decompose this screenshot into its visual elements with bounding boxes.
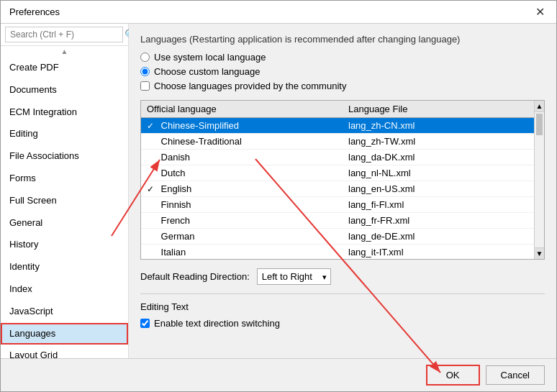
lang-table: Official language Language File ✓ Chines…	[141, 101, 544, 259]
lang-file-cell: lang_da-DK.xml	[343, 150, 544, 165]
table-wrapper: Official language Language File ✓ Chines…	[141, 101, 544, 259]
table-row[interactable]: Italianlang_it-IT.xml	[141, 245, 544, 260]
table-row[interactable]: Chinese-Traditionallang_zh-TW.xml	[141, 134, 544, 150]
radio-system[interactable]	[140, 53, 150, 62]
sidebar-item-identity[interactable]: Identity	[1, 256, 128, 278]
dialog-content: 🔍 ▲ Create PDFDocumentsECM IntegrationEd…	[1, 24, 556, 358]
editing-text-section: Editing Text Enable text direction switc…	[140, 293, 545, 329]
check-mark-icon: ✓	[147, 184, 158, 194]
sidebar-item-create-pdf[interactable]: Create PDF	[1, 57, 128, 79]
radio-group: Use system local language Choose custom …	[140, 52, 545, 77]
checkbox-community[interactable]	[140, 81, 150, 91]
checkbox-direction[interactable]	[140, 319, 150, 328]
close-button[interactable]: ✕	[533, 6, 548, 18]
cancel-button[interactable]: Cancel	[486, 365, 545, 385]
sidebar-scroll-up[interactable]: ▲	[1, 46, 128, 57]
lang-file-cell: lang_de-DE.xml	[343, 229, 544, 245]
radio-custom-label[interactable]: Choose custom language	[140, 66, 545, 77]
dialog-title: Preferences	[9, 6, 60, 17]
sidebar-item-index[interactable]: Index	[1, 278, 128, 301]
checkbox-direction-label[interactable]: Enable text direction switching	[140, 318, 545, 329]
dialog-footer: OK Cancel	[1, 358, 556, 391]
preferences-dialog: Preferences ✕ 🔍 ▲ Create PDFDocumentsECM…	[0, 0, 557, 392]
section-note: Languages (Restarting application is rec…	[140, 34, 545, 45]
table-row[interactable]: Frenchlang_fr-FR.xml	[141, 213, 544, 229]
check-mark-icon: ✓	[147, 121, 158, 131]
table-row[interactable]: Danishlang_da-DK.xml	[141, 150, 544, 165]
lang-file-cell: lang_it-IT.xml	[343, 245, 544, 260]
checkbox-direction-text: Enable text direction switching	[154, 318, 280, 329]
sidebar-item-editing[interactable]: Editing	[1, 123, 128, 145]
search-input[interactable]	[5, 27, 123, 42]
scrollbar-thumb[interactable]	[536, 114, 543, 135]
sidebar-item-history[interactable]: History	[1, 234, 128, 256]
lang-file-cell: lang_nl-NL.xml	[343, 165, 544, 181]
sidebar-item-languages[interactable]: Languages	[1, 323, 128, 345]
title-bar: Preferences ✕	[1, 1, 556, 24]
lang-file-cell: lang_en-US.xml	[343, 181, 544, 197]
sidebar-item-layout-grid[interactable]: Layout Grid	[1, 345, 128, 358]
table-scrollbar: ▲ ▼	[534, 101, 544, 259]
table-row[interactable]: Finnishlang_fi-Fl.xml	[141, 197, 544, 213]
scrollbar-down-btn[interactable]: ▼	[535, 247, 544, 259]
table-row[interactable]: ✓ Englishlang_en-US.xml	[141, 181, 544, 197]
reading-direction-label: Default Reading Direction:	[140, 271, 250, 282]
lang-official-cell: Danish	[141, 150, 343, 165]
sidebar-item-forms[interactable]: Forms	[1, 168, 128, 190]
table-row[interactable]: ✓ Chinese-Simplifiedlang_zh-CN.xml	[141, 118, 544, 134]
sidebar: 🔍 ▲ Create PDFDocumentsECM IntegrationEd…	[1, 24, 129, 358]
reading-direction-select-wrapper: Left to RightRight to Left	[257, 268, 331, 285]
radio-system-label[interactable]: Use system local language	[140, 52, 545, 63]
editing-text-title: Editing Text	[140, 301, 545, 312]
main-panel: Languages (Restarting application is rec…	[129, 24, 556, 358]
lang-file-cell: lang_zh-CN.xml	[343, 118, 544, 134]
lang-official-cell: French	[141, 213, 343, 229]
search-box: 🔍	[1, 24, 128, 46]
radio-system-text: Use system local language	[154, 52, 266, 63]
sidebar-list: ▲ Create PDFDocumentsECM IntegrationEdit…	[1, 46, 128, 358]
lang-official-cell: ✓ Chinese-Simplified	[141, 118, 343, 134]
checkbox-community-text: Choose languages provided by the communi…	[154, 81, 346, 91]
scrollbar-up-btn[interactable]: ▲	[535, 101, 544, 112]
lang-table-body: ✓ Chinese-Simplifiedlang_zh-CN.xml Chine…	[141, 118, 544, 260]
lang-official-cell: Italian	[141, 245, 343, 260]
lang-official-cell: Chinese-Traditional	[141, 134, 343, 150]
ok-button[interactable]: OK	[426, 365, 480, 386]
sidebar-item-full-screen[interactable]: Full Screen	[1, 190, 128, 212]
col-official: Official language	[141, 101, 343, 118]
radio-custom[interactable]	[140, 67, 150, 76]
lang-file-cell: lang_fi-Fl.xml	[343, 197, 544, 213]
lang-official-cell: Dutch	[141, 165, 343, 181]
sidebar-item-ecm-integration[interactable]: ECM Integration	[1, 101, 128, 124]
lang-official-cell: Finnish	[141, 197, 343, 213]
sidebar-item-general[interactable]: General	[1, 212, 128, 234]
lang-file-cell: lang_zh-TW.xml	[343, 134, 544, 150]
lang-file-cell: lang_fr-FR.xml	[343, 213, 544, 229]
checkbox-community-label[interactable]: Choose languages provided by the communi…	[140, 81, 545, 91]
sidebar-item-javascript[interactable]: JavaScript	[1, 301, 128, 323]
reading-direction-select[interactable]: Left to RightRight to Left	[257, 268, 331, 285]
sidebar-item-file-associations[interactable]: File Associations	[1, 145, 128, 168]
col-file: Language File	[343, 101, 544, 118]
sidebar-item-documents[interactable]: Documents	[1, 79, 128, 101]
lang-official-cell: ✓ English	[141, 181, 343, 197]
radio-custom-text: Choose custom language	[154, 66, 260, 77]
table-row[interactable]: Germanlang_de-DE.xml	[141, 229, 544, 245]
reading-direction-row: Default Reading Direction: Left to Right…	[140, 268, 545, 285]
lang-official-cell: German	[141, 229, 343, 245]
lang-table-container: Official language Language File ✓ Chines…	[140, 100, 545, 260]
table-row[interactable]: Dutchlang_nl-NL.xml	[141, 165, 544, 181]
sidebar-items-container: Create PDFDocumentsECM IntegrationEditin…	[1, 57, 128, 358]
